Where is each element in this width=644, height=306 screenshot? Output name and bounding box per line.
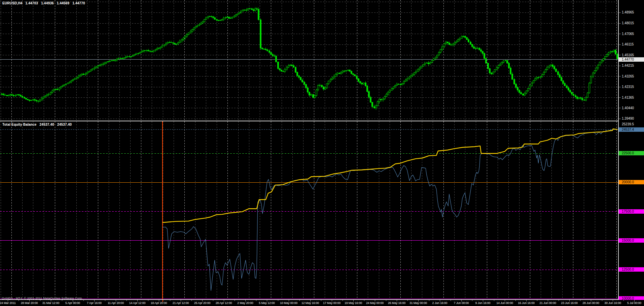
time-label: 2 May 20:00 [237, 301, 253, 305]
time-label: 24 Mar 2011 [0, 301, 16, 305]
time-axis[interactable]: 24 Mar 201128 Mar 20:0031 Mar 12:005 Apr… [0, 300, 644, 306]
time-label: 25 Apr 20:00 [194, 301, 211, 305]
time-tick [148, 300, 148, 301]
time-tick [602, 300, 602, 301]
time-tick [40, 300, 40, 301]
time-label: 5 May 12:00 [259, 301, 275, 305]
time-label: 5 Apr 00:00 [65, 301, 80, 305]
time-label: 5 Jul 00:00 [627, 301, 641, 305]
time-label: 28 Mar 20:00 [21, 301, 38, 305]
price-label: 1.43265 [622, 74, 634, 79]
axis-tick [619, 97, 621, 98]
bid-price-label: 1.44770 [619, 57, 644, 62]
time-tick [105, 300, 105, 301]
axis-tick [619, 23, 621, 24]
time-label: 31 Mar 12:00 [42, 301, 60, 305]
candlestick-chart [0, 0, 618, 121]
time-tick [559, 300, 559, 301]
price-label: 1.48965 [622, 10, 634, 14]
axis-tick [619, 44, 621, 45]
indicator-value-1: 24537.40 [40, 123, 54, 126]
time-label: 26 May 16:00 [388, 301, 405, 305]
price-label: 1.45165 [622, 53, 634, 57]
price-label: 1.39490 [622, 116, 634, 121]
time-label: 17 May 00:00 [323, 301, 341, 305]
high-value: 1.44936 [41, 1, 54, 5]
time-label: 24 May 00:00 [366, 301, 384, 305]
time-label: 23 Jun 16:00 [561, 301, 578, 305]
horizontal-gridlines [0, 2, 618, 119]
price-axis[interactable]: 1.489651.480151.470651.461151.451651.442… [619, 0, 644, 300]
price-label: 1.41365 [622, 95, 634, 100]
time-tick [278, 300, 278, 301]
vertical-gridlines [1, 121, 617, 299]
axis-tick [619, 12, 621, 13]
vertical-gridlines [1, 0, 617, 121]
time-tick [451, 300, 451, 301]
indicator-panel[interactable]: Total Equity Balance 24537.40 24537.40 [0, 121, 618, 299]
time-tick [299, 300, 300, 301]
time-tick [623, 300, 624, 301]
level-label: 12500.0 [619, 267, 644, 272]
axis-tick [619, 55, 621, 55]
time-tick [256, 300, 256, 301]
time-tick [83, 300, 84, 301]
time-tick [407, 300, 408, 301]
indicator-level-lines [0, 154, 618, 299]
time-tick [235, 300, 235, 301]
time-label: 31 May 00:00 [409, 301, 427, 305]
time-label: 9 Jun 16:00 [475, 301, 491, 305]
price-label: 1.46115 [622, 42, 634, 47]
symbol-period-label: EURUSD,H4 [2, 1, 23, 5]
time-tick [343, 300, 343, 301]
time-tick [515, 300, 516, 301]
chart-header: EURUSD,H4 1.44703 1.44936 1.44569 1.4477… [2, 1, 87, 5]
close-value: 1.44770 [72, 1, 85, 5]
panel-separator[interactable] [0, 121, 644, 121]
time-tick [429, 300, 429, 301]
price-label: 1.40440 [622, 106, 634, 110]
time-label: 14 Apr 12:00 [129, 301, 146, 305]
mt4-chart-window: EURUSD,H4 1.44703 1.44936 1.44569 1.4477… [0, 0, 644, 306]
time-tick [127, 300, 127, 301]
time-label: 16 Jun 16:00 [518, 301, 535, 305]
level-label: 22500.0 [619, 151, 644, 155]
axis-tick [619, 108, 621, 108]
time-label: 10 May 00:00 [280, 301, 297, 305]
indicator-max-label: 25239.5 [622, 122, 634, 126]
axis-tick [619, 66, 621, 66]
time-label: 19 May 16:00 [345, 301, 362, 305]
time-label: 30 Jun 16:00 [604, 301, 621, 305]
time-tick [580, 300, 580, 301]
time-tick [494, 300, 494, 301]
low-value: 1.44569 [57, 1, 70, 5]
time-tick [321, 300, 321, 301]
equity-balance-chart [0, 121, 618, 299]
indicator-header: Total Equity Balance 24537.40 24537.40 [2, 123, 74, 126]
indicator-name-label: Total Equity Balance [2, 123, 37, 126]
time-label: 7 Jun 00:00 [454, 301, 469, 305]
time-tick [213, 300, 213, 301]
candles [1, 7, 618, 110]
time-tick [472, 300, 472, 301]
level-label: 20000.0 [619, 180, 644, 184]
level-label: 15000.0 [619, 238, 644, 243]
time-label: 7 Apr 16:00 [87, 301, 102, 305]
time-tick [386, 300, 386, 301]
price-label: 1.42315 [622, 85, 634, 89]
time-label: 21 Jun 00:00 [539, 301, 556, 305]
equity-current-label: 24537.4 [619, 127, 644, 132]
time-tick [537, 300, 537, 301]
time-label: 11 Apr 20:00 [108, 301, 124, 305]
level-label: 17500.0 [619, 209, 644, 214]
time-label: 14 Jun 00:00 [496, 301, 513, 305]
axis-tick [619, 119, 621, 119]
time-label: 12 May 16:00 [301, 301, 319, 305]
open-value: 1.44703 [26, 1, 38, 5]
time-label: 18 Apr 20:00 [151, 301, 167, 305]
time-label: 28 Jun 00:00 [582, 301, 599, 305]
time-tick [62, 300, 62, 301]
price-chart-panel[interactable]: EURUSD,H4 1.44703 1.44936 1.44569 1.4477… [0, 0, 618, 121]
indicator-value-2: 24537.40 [57, 123, 72, 126]
axis-tick [619, 34, 621, 34]
